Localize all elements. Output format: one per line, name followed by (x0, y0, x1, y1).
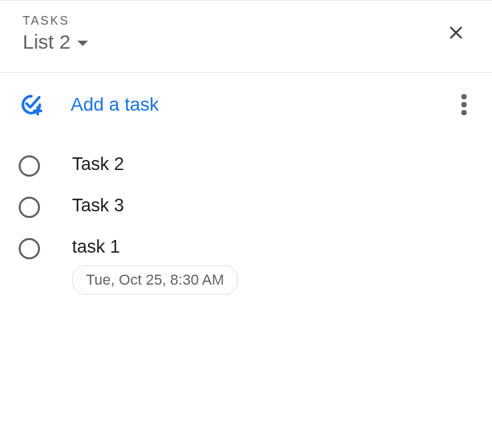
add-task-icon (19, 92, 44, 117)
svg-point-2 (461, 110, 467, 115)
add-task-row: Add a task (0, 73, 492, 137)
task-checkbox-circle[interactable] (19, 197, 40, 218)
more-options-icon[interactable] (456, 89, 472, 121)
task-item[interactable]: Task 2 (19, 145, 472, 186)
task-datetime-chip[interactable]: Tue, Oct 25, 8:30 AM (72, 265, 238, 295)
task-item[interactable]: Task 3 (19, 186, 472, 227)
task-title: task 1 (72, 237, 238, 257)
chevron-down-icon (77, 41, 88, 46)
task-title: Task 3 (72, 195, 124, 216)
add-task-label: Add a task (71, 94, 159, 115)
svg-point-0 (461, 94, 467, 99)
task-checkbox-circle[interactable] (19, 155, 40, 177)
tasks-list: Task 2Task 3task 1Tue, Oct 25, 8:30 AM (0, 137, 492, 304)
task-content: Task 2 (72, 154, 124, 175)
task-content: task 1Tue, Oct 25, 8:30 AM (72, 237, 238, 295)
task-title: Task 2 (72, 154, 124, 175)
task-content: Task 3 (72, 195, 124, 216)
header-left: TASKS List 2 (23, 14, 88, 53)
task-item[interactable]: task 1Tue, Oct 25, 8:30 AM (19, 227, 472, 304)
close-icon[interactable] (440, 17, 472, 51)
svg-point-1 (461, 102, 467, 107)
list-name: List 2 (23, 31, 71, 53)
panel-header: TASKS List 2 (0, 1, 492, 73)
header-label: TASKS (23, 14, 88, 28)
list-selector[interactable]: List 2 (23, 31, 88, 53)
task-checkbox-circle[interactable] (19, 238, 40, 259)
add-task-button[interactable]: Add a task (19, 92, 159, 117)
